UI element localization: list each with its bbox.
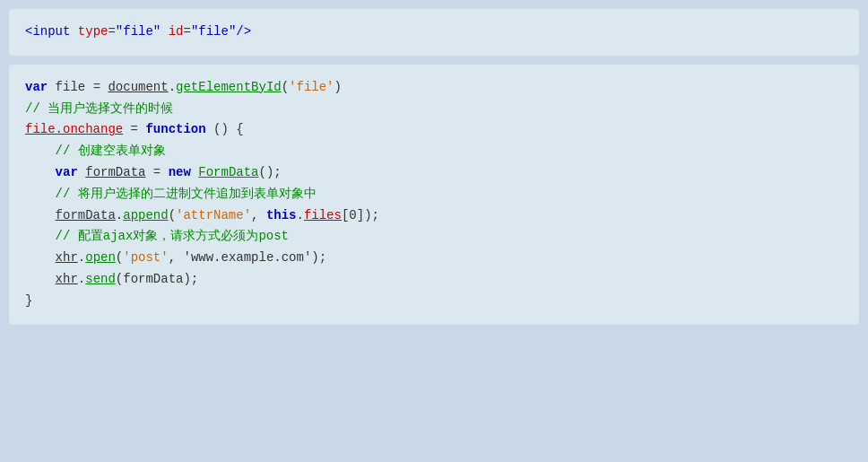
var-formdata: formData <box>85 165 145 179</box>
prop-files: files <box>304 208 342 222</box>
comment-1: // 当用户选择文件的时候 <box>25 101 173 116</box>
code-line-6: // 将用户选择的二进制文件追加到表单对象中 <box>25 184 843 205</box>
code-line-8: // 配置ajax对象，请求方式必须为post <box>25 226 843 248</box>
kw-var-2: var <box>56 165 78 179</box>
code-line-4: // 创建空表单对象 <box>25 141 843 162</box>
dot-9: . <box>78 250 85 265</box>
dot-7b: . <box>297 208 304 222</box>
paren-open-7: ( <box>169 208 176 222</box>
indent-8 <box>25 229 56 243</box>
plain-1: file = <box>48 80 108 94</box>
arg-formdata-send: formData <box>123 272 183 286</box>
attr-id-value: "file" <box>191 24 236 39</box>
code-block-js: var file = document.getElementById('file… <box>9 65 859 325</box>
code-line-9: xhr.open('post', 'www.example.com'); <box>25 248 843 269</box>
paren-open-10: ( <box>116 272 123 286</box>
code-line-11: } <box>25 291 843 312</box>
plain-paren: () { <box>206 122 244 136</box>
kw-this: this <box>266 208 297 222</box>
plain-space-2 <box>78 165 85 179</box>
html-code-line: <input type="file" id="file"/> <box>25 24 251 39</box>
indent-7 <box>25 208 56 222</box>
attr-type-value: "file" <box>116 24 161 39</box>
kw-new: new <box>169 165 191 179</box>
method-getbyid: getElementById <box>176 80 282 94</box>
bracket-7: [0]); <box>342 208 379 222</box>
attr-type-name: type <box>78 24 108 39</box>
kw-function: function <box>145 122 205 136</box>
method-send: send <box>85 272 116 286</box>
equals1: = <box>108 24 115 39</box>
end-10: ); <box>183 272 198 286</box>
paren-open-9: ( <box>116 250 123 265</box>
code-line-5: var formData = new FormData(); <box>25 162 843 184</box>
method-append: append <box>123 208 168 222</box>
attr-id-name: id <box>169 24 184 39</box>
code-line-3: file.onchange = function () { <box>25 119 843 141</box>
code-line-10: xhr.send(formData); <box>25 269 843 291</box>
indent-6 <box>25 187 56 201</box>
plain-assign: = <box>123 122 145 136</box>
end-9: ); <box>311 250 326 265</box>
comma-9: , <box>169 250 184 265</box>
closing-brace: } <box>25 293 32 308</box>
plain-eq-2: = <box>145 165 168 179</box>
kw-var-1: var <box>25 80 48 94</box>
arg-attrname: 'attrName' <box>176 208 251 222</box>
indent-4 <box>25 144 56 158</box>
code-line-1: var file = document.getElementById('file… <box>25 77 843 99</box>
comment-4: // 配置ajax对象，请求方式必须为post <box>56 229 289 243</box>
indent-10 <box>25 272 56 286</box>
var-xhr-2: xhr <box>56 272 78 286</box>
comment-2: // 创建空表单对象 <box>56 144 166 158</box>
indent-5 <box>25 165 56 179</box>
paren-open-1: ( <box>282 80 289 94</box>
comment-3: // 将用户选择的二进制文件追加到表单对象中 <box>56 187 317 201</box>
plain-end-5: (); <box>259 165 282 179</box>
document-ref: document <box>108 80 168 94</box>
indent-9 <box>25 250 56 265</box>
dot-10: . <box>78 272 85 286</box>
arg-file: 'file' <box>289 80 334 94</box>
paren-close-1: ) <box>334 80 342 94</box>
method-open: open <box>85 250 116 265</box>
dot-7: . <box>116 208 123 222</box>
dot-1: . <box>169 80 176 94</box>
tag-name: input <box>32 24 70 39</box>
fn-formdata: FormData <box>198 165 258 179</box>
arg-post: 'post' <box>123 250 168 265</box>
prop-file-onchange: file.onchange <box>25 122 123 136</box>
equals2: = <box>183 24 190 39</box>
var-xhr: xhr <box>56 250 78 265</box>
tag-close: /> <box>236 24 251 39</box>
code-line-2: // 当用户选择文件的时候 <box>25 99 843 120</box>
arg-url: 'www.example.com' <box>183 250 311 265</box>
comma-7: , <box>251 208 266 222</box>
code-block-html: <input type="file" id="file"/> <box>9 9 859 56</box>
code-line-7: formData.append('attrName', this.files[0… <box>25 205 843 227</box>
var-formdata-2: formData <box>56 208 116 222</box>
